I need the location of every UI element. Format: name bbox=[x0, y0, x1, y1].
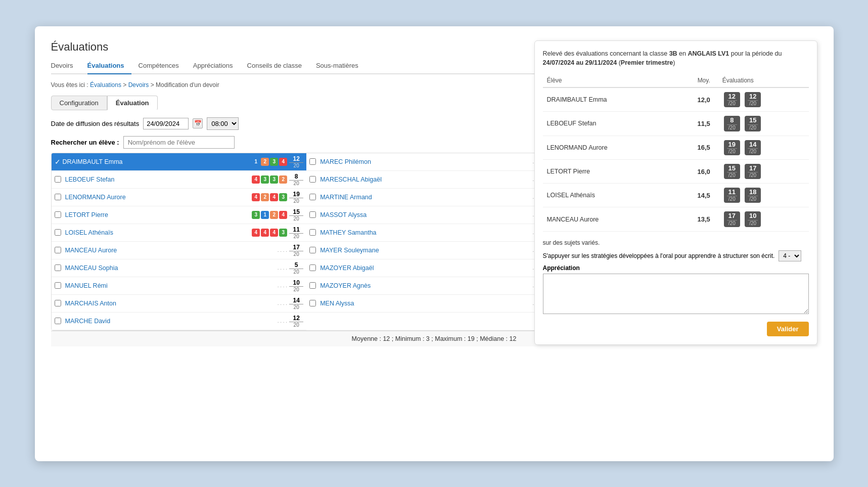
badge: 4 bbox=[261, 229, 269, 237]
student-checkbox[interactable] bbox=[55, 247, 61, 253]
nav-appreciations[interactable]: Appréciations bbox=[193, 59, 240, 73]
student-row[interactable]: MARESCHAL Abigaël . . . . 13 20 bbox=[306, 171, 562, 189]
student-checkbox[interactable] bbox=[309, 158, 316, 165]
student-checkbox[interactable] bbox=[55, 318, 61, 324]
student-name[interactable]: MANCEAU Sophia bbox=[65, 264, 276, 272]
student-checkbox[interactable] bbox=[309, 229, 316, 236]
student-row[interactable]: MASSOT Alyssa . . . . 12 20 bbox=[306, 206, 562, 224]
nav-competences[interactable]: Compétences bbox=[139, 59, 186, 73]
eleve-name: LENORMAND Aurore bbox=[543, 136, 672, 159]
eleve-name: MANCEAU Aurore bbox=[543, 207, 672, 231]
appreciation-textarea[interactable] bbox=[543, 274, 809, 314]
student-row[interactable]: MANCEAU Aurore . . . . 17 20 bbox=[52, 242, 307, 259]
badge: 2 bbox=[261, 193, 269, 201]
student-checkbox[interactable] bbox=[309, 247, 316, 253]
student-checkbox[interactable] bbox=[55, 229, 61, 236]
student-row[interactable]: MAZOYER Abigaël . . . . 17 20 bbox=[306, 259, 562, 277]
badge: 4 bbox=[279, 211, 287, 219]
badge: 4 bbox=[252, 229, 260, 237]
col-eleve: Élève bbox=[543, 74, 672, 87]
nav-evaluations[interactable]: Évaluations bbox=[87, 59, 131, 74]
valider-button[interactable]: Valider bbox=[767, 322, 809, 336]
student-name[interactable]: LOISEL Athénaïs bbox=[65, 229, 250, 236]
student-row[interactable]: MAYER Souleymane . . . . 10 20 bbox=[306, 242, 562, 259]
student-row[interactable]: MEN Alyssa . . . . 15 20 bbox=[306, 295, 562, 313]
student-name[interactable]: LEBOEUF Stefan bbox=[65, 176, 250, 183]
breadcrumb-devoirs[interactable]: Devoirs bbox=[128, 81, 149, 88]
student-name[interactable]: MARCHAIS Anton bbox=[65, 300, 276, 307]
student-checkbox[interactable] bbox=[309, 300, 316, 306]
calendar-icon[interactable]: 📅 bbox=[193, 118, 203, 128]
student-name[interactable]: MASSOT Alyssa bbox=[320, 211, 530, 218]
student-row[interactable]: ✓ DRAIMBAULT Emma 1 2 3 4 12 20 bbox=[52, 153, 307, 171]
student-row[interactable]: MANCEAU Sophia . . . . 5 20 bbox=[52, 259, 307, 277]
student-name[interactable]: MANCEAU Aurore bbox=[65, 247, 276, 254]
student-checkbox[interactable] bbox=[309, 176, 316, 183]
student-name[interactable]: MAYER Souleymane bbox=[320, 247, 530, 254]
student-row[interactable]: LETORT Pierre 3 1 2 4 15 20 bbox=[52, 206, 307, 224]
eval-score-box: 8/20 bbox=[724, 116, 740, 131]
eleve-name: DRAIMBAULT Emma bbox=[543, 87, 672, 112]
dot-score: . . . . bbox=[278, 247, 287, 253]
student-name[interactable]: MANUEL Rémi bbox=[65, 282, 276, 289]
badge: 3 bbox=[252, 211, 260, 219]
breadcrumb-evaluations[interactable]: Évaluations bbox=[90, 81, 121, 88]
eval-scores: 17/20 10/20 bbox=[718, 207, 809, 231]
appr-text: sur des sujets variés. bbox=[543, 239, 809, 247]
eleve-name: LEBOEUF Stefan bbox=[543, 112, 672, 136]
report-period: Premier trimestre bbox=[621, 59, 673, 66]
student-row[interactable]: MAREC Philémon . . . . 9,5 20 bbox=[306, 153, 562, 171]
student-name[interactable]: LETORT Pierre bbox=[65, 211, 250, 218]
student-name[interactable]: MEN Alyssa bbox=[320, 300, 530, 307]
student-checkbox[interactable] bbox=[55, 194, 61, 200]
student-row[interactable]: MANUEL Rémi . . . . 10 20 bbox=[52, 277, 307, 295]
student-name[interactable]: MAREC Philémon bbox=[320, 158, 530, 165]
student-checkbox[interactable] bbox=[55, 300, 61, 306]
report-class: 3B bbox=[669, 50, 677, 57]
nav-devoirs[interactable]: Devoirs bbox=[51, 59, 80, 73]
score-cell: 14 20 bbox=[289, 297, 303, 310]
eval-score-box: 18/20 bbox=[745, 188, 761, 203]
nav-conseils[interactable]: Conseils de classe bbox=[247, 59, 309, 73]
score-cell: 5 20 bbox=[289, 261, 303, 275]
student-name[interactable]: DRAIMBAULT Emma bbox=[63, 158, 250, 165]
student-checkbox[interactable] bbox=[55, 264, 61, 271]
appr-select[interactable]: 1 - 2 - 3 - 4 - 5 - bbox=[779, 250, 801, 261]
student-row[interactable]: MAZOYER Agnès . . . . 16 20 bbox=[306, 277, 562, 295]
tab-configuration[interactable]: Configuration bbox=[51, 96, 107, 110]
student-name[interactable]: MAZOYER Agnès bbox=[320, 282, 530, 289]
student-name[interactable]: MARESCHAL Abigaël bbox=[320, 176, 530, 183]
badge: 1 bbox=[252, 158, 260, 166]
student-checkbox[interactable] bbox=[55, 176, 61, 183]
student-row[interactable]: MARCHAIS Anton . . . . 14 20 bbox=[52, 295, 307, 313]
nav-sous-matieres[interactable]: Sous-matières bbox=[316, 59, 366, 73]
student-row[interactable]: MARTINE Armand . . . . 14,5 20 bbox=[306, 189, 562, 206]
student-name[interactable]: MARTINE Armand bbox=[320, 194, 530, 201]
time-select[interactable]: 08:00 09:00 bbox=[207, 117, 239, 130]
student-row[interactable]: MATHEY Samantha . . . . 3 20 bbox=[306, 224, 562, 242]
score-cell: 17 20 bbox=[289, 244, 303, 257]
student-checkbox[interactable] bbox=[309, 282, 316, 289]
badge: 3 bbox=[261, 175, 269, 184]
badge: 2 bbox=[270, 211, 278, 219]
student-row[interactable]: LOISEL Athénaïs 4 4 4 3 11 20 bbox=[52, 224, 307, 242]
student-checkbox[interactable] bbox=[309, 211, 316, 218]
student-row[interactable]: MARCHE David . . . . 12 20 bbox=[52, 313, 307, 330]
badge-row: 4 2 4 3 bbox=[252, 193, 287, 201]
student-row[interactable]: LENORMAND Aurore 4 2 4 3 19 20 bbox=[52, 189, 307, 206]
search-input[interactable] bbox=[123, 136, 235, 149]
student-name[interactable]: MAZOYER Abigaël bbox=[320, 264, 530, 272]
eval-score-box: 11/20 bbox=[724, 188, 740, 203]
tab-evaluation[interactable]: Évaluation bbox=[107, 96, 158, 110]
student-name[interactable]: MATHEY Samantha bbox=[320, 229, 530, 236]
student-checkbox[interactable] bbox=[309, 194, 316, 200]
student-checkbox[interactable] bbox=[309, 264, 316, 271]
badge: 4 bbox=[252, 193, 260, 201]
student-checkbox[interactable] bbox=[55, 211, 61, 218]
date-input[interactable] bbox=[143, 118, 189, 129]
student-name[interactable]: MARCHE David bbox=[65, 318, 276, 325]
student-row[interactable]: LEBOEUF Stefan 4 3 3 2 8 20 bbox=[52, 171, 307, 189]
student-checkbox[interactable] bbox=[55, 282, 61, 289]
student-name[interactable]: LENORMAND Aurore bbox=[65, 194, 250, 201]
eval-scores: 8/20 15/20 bbox=[718, 112, 809, 136]
